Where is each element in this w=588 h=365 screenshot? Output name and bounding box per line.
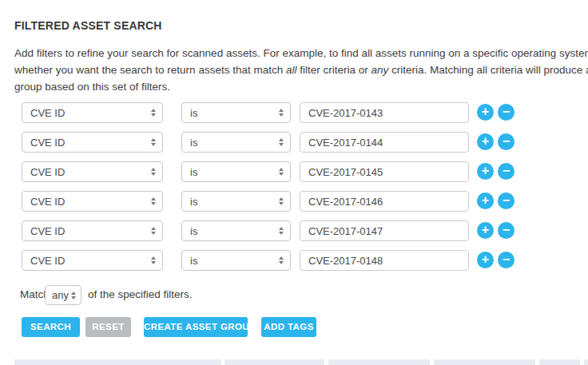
description-line-2: whether you want the search to return as… (14, 61, 588, 78)
table-header-cell (584, 359, 588, 365)
description-text: Add filters to refine your search for sc… (14, 47, 588, 59)
filter-operator-select[interactable]: is (181, 132, 291, 153)
filter-field-select[interactable]: CVE ID (22, 250, 163, 271)
filter-row: CVE ID is + − (22, 250, 517, 271)
filter-row: CVE ID is + − (22, 220, 517, 241)
select-stepper-icon (71, 292, 76, 300)
filter-operator-select[interactable]: is (181, 220, 291, 241)
filter-field-select[interactable]: CVE ID (22, 220, 163, 241)
filter-field-select[interactable]: CVE ID (22, 102, 163, 123)
filter-value-input[interactable] (300, 132, 469, 153)
add-filter-icon[interactable]: + (477, 104, 494, 121)
filter-row: CVE ID is + − (22, 132, 517, 153)
filter-field-value: CVE ID (22, 196, 65, 208)
description-text: filter criteria or (296, 64, 371, 76)
description-text: criteria. Matching all criteria will pro… (388, 64, 588, 76)
reset-button[interactable]: RESET (85, 317, 131, 337)
filter-field-select[interactable]: CVE ID (22, 132, 163, 153)
select-stepper-icon (151, 256, 156, 264)
table-header-cell (434, 359, 535, 365)
filter-value-input[interactable] (300, 161, 469, 182)
add-tags-button[interactable]: ADD TAGS (261, 317, 316, 337)
description-line-3: group based on this set of filters. (14, 78, 588, 95)
filter-value-input[interactable] (300, 102, 469, 123)
description-text: whether you want the search to return as… (14, 64, 286, 76)
filtered-asset-search-panel: FILTERED ASSET SEARCH Add filters to ref… (0, 0, 588, 365)
filter-operator-select[interactable]: is (181, 102, 291, 123)
add-filter-icon[interactable]: + (477, 192, 494, 209)
remove-filter-icon[interactable]: − (498, 104, 514, 121)
filter-operator-value: is (182, 107, 197, 119)
remove-filter-icon[interactable]: − (498, 163, 514, 180)
filter-operator-value: is (182, 196, 197, 208)
select-stepper-icon (279, 256, 284, 264)
remove-filter-icon[interactable]: − (498, 252, 514, 268)
table-header-cell (224, 359, 324, 365)
match-label-suffix: of the specified filters. (88, 288, 193, 300)
filter-field-value: CVE ID (22, 255, 65, 267)
match-mode-select[interactable]: any (45, 285, 81, 305)
table-header-cell (14, 359, 221, 365)
table-header-cell (539, 359, 580, 365)
select-stepper-icon (151, 197, 156, 205)
add-filter-icon[interactable]: + (477, 222, 494, 239)
create-asset-group-button[interactable]: CREATE ASSET GROUP (144, 317, 248, 337)
remove-filter-icon[interactable]: − (498, 192, 514, 209)
add-filter-icon[interactable]: + (477, 163, 494, 180)
filter-row: CVE ID is + − (22, 102, 517, 123)
filter-field-value: CVE ID (22, 137, 65, 149)
description-line-1: Add filters to refine your search for sc… (14, 45, 588, 61)
select-stepper-icon (151, 138, 156, 146)
filter-operator-value: is (182, 137, 197, 149)
filter-operator-value: is (182, 255, 197, 267)
filter-field-value: CVE ID (22, 225, 65, 237)
remove-filter-icon[interactable]: − (498, 222, 514, 239)
filter-operator-select[interactable]: is (181, 161, 291, 182)
add-filter-icon[interactable]: + (477, 252, 494, 268)
select-stepper-icon (151, 227, 156, 235)
filter-field-select[interactable]: CVE ID (22, 161, 163, 182)
add-filter-icon[interactable]: + (477, 133, 494, 150)
select-stepper-icon (151, 168, 156, 176)
select-stepper-icon (151, 109, 156, 117)
select-stepper-icon (279, 168, 284, 176)
select-stepper-icon (279, 109, 284, 117)
filter-row: CVE ID is + − (22, 161, 517, 182)
filter-value-input[interactable] (300, 250, 469, 271)
table-header-cell (328, 359, 430, 365)
filter-field-select[interactable]: CVE ID (22, 191, 163, 212)
filter-operator-select[interactable]: is (181, 191, 291, 212)
page-title: FILTERED ASSET SEARCH (14, 19, 162, 32)
filter-operator-value: is (182, 225, 197, 237)
description-italic-all: all (286, 64, 297, 76)
filter-row: CVE ID is + − (22, 191, 517, 212)
remove-filter-icon[interactable]: − (498, 133, 514, 150)
select-stepper-icon (279, 197, 284, 205)
filter-field-value: CVE ID (22, 107, 65, 119)
select-stepper-icon (279, 227, 284, 235)
filter-value-input[interactable] (300, 191, 469, 212)
search-button[interactable]: SEARCH (22, 317, 80, 337)
filter-operator-select[interactable]: is (181, 250, 291, 271)
filter-operator-value: is (182, 166, 197, 178)
filter-field-value: CVE ID (22, 166, 65, 178)
select-stepper-icon (279, 138, 284, 146)
match-mode-value: any (46, 289, 69, 301)
description-italic-any: any (371, 64, 388, 76)
filter-value-input[interactable] (300, 220, 469, 241)
